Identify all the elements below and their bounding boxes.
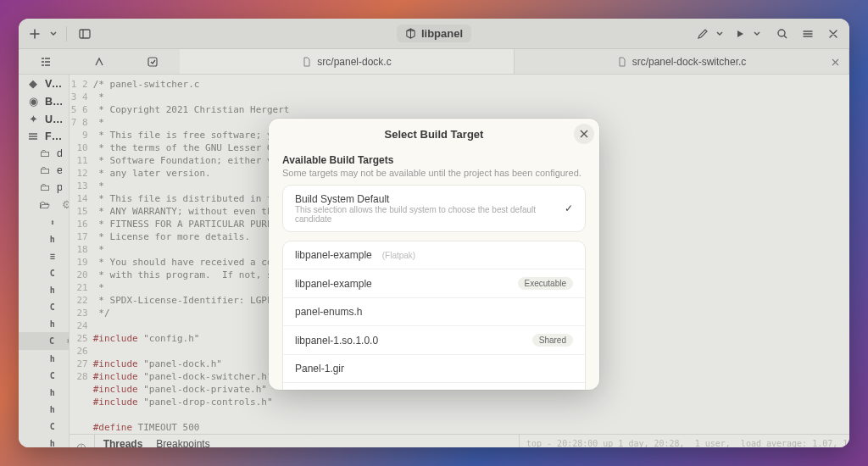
- close-dialog-button[interactable]: [574, 124, 594, 144]
- folder-example[interactable]: 🗀example: [19, 162, 69, 179]
- project-title[interactable]: libpanel: [397, 25, 471, 42]
- file-libpanel.gresource.xml[interactable]: ⬍libpanel.gresource.xml: [19, 214, 69, 230]
- sidebar-item-files[interactable]: Files: [19, 128, 69, 145]
- bottom-pane: ⓘ ⚠ 🔍 🐞 Threads Breakpoints ThreadFrameF…: [70, 434, 849, 447]
- file-type-icon: h: [49, 354, 56, 363]
- target-libpanel-1.so.1.0.0[interactable]: libpanel-1.so.1.0.0Shared: [283, 325, 585, 354]
- todo-view-icon[interactable]: [140, 51, 165, 73]
- info-icon[interactable]: ⓘ: [70, 438, 92, 447]
- file-type-icon: ⬍: [49, 218, 56, 227]
- run-button[interactable]: [729, 23, 751, 45]
- terminal[interactable]: top - 20:28:00 up 1 day, 20:28, 1 user, …: [519, 435, 849, 447]
- file-panel-dock-child-private.h[interactable]: hpanel-dock-child-private.h: [19, 384, 69, 401]
- file-panel-binding-group.c[interactable]: Cpanel-binding-group.c: [19, 298, 69, 315]
- file-icon: [617, 57, 627, 67]
- build-button-dropdown[interactable]: [714, 23, 726, 45]
- sidebar-item-vcs[interactable]: ◆Version Control: [19, 75, 69, 92]
- run-button-dropdown[interactable]: [751, 23, 763, 45]
- sidebar-view-switcher: [19, 49, 180, 75]
- folder-src[interactable]: 🗁src⚙: [19, 196, 69, 214]
- folder-data[interactable]: 🗀data: [19, 145, 69, 162]
- file-panel-dock-switcher.h[interactable]: hpanel-dock-switcher.h: [19, 435, 69, 447]
- file-type-icon: C: [49, 336, 54, 346]
- close-icon[interactable]: [828, 55, 842, 69]
- file-type-icon: h: [49, 405, 56, 414]
- file-panel-dock.h[interactable]: hpanel-dock.h: [19, 350, 69, 367]
- target-default-subtitle: This selection allows the build system t…: [295, 205, 565, 224]
- file-type-icon: h: [49, 235, 56, 244]
- debug-view-icon[interactable]: [86, 51, 112, 73]
- file-panel-binding-group-private.h[interactable]: hpanel-binding-group-private.h: [19, 315, 69, 332]
- headerbar: libpanel: [19, 19, 849, 49]
- tab-label: src/panel-dock.c: [317, 56, 391, 68]
- tab-threads[interactable]: Threads: [103, 438, 143, 447]
- file-type-icon: h: [49, 286, 56, 295]
- file-type-icon: C: [49, 302, 56, 312]
- file-meson.build[interactable]: ≡meson.build: [19, 247, 69, 264]
- tab-label: src/panel-dock-switcher.c: [632, 56, 747, 68]
- menu-button[interactable]: [797, 23, 819, 45]
- new-button-dropdown[interactable]: [47, 23, 59, 45]
- svg-line-3: [784, 36, 787, 38]
- file-type-icon: ≡: [49, 252, 56, 261]
- file-type-icon: C: [49, 371, 56, 380]
- file-panel-dock-private.h[interactable]: hpanel-dock-private.h: [19, 401, 69, 418]
- build-target-dialog: Select Build Target Available Build Targ…: [269, 119, 599, 390]
- build-button[interactable]: [692, 23, 714, 45]
- target-default-title: Build System Default: [295, 193, 565, 205]
- file-panel-animation.c[interactable]: Cpanel-animation.c: [19, 264, 69, 281]
- sidebar: ◆Version Control ◉Build Targets ✦Unit Te…: [19, 75, 70, 447]
- svg-rect-0: [80, 30, 90, 38]
- target-panel-enums.h[interactable]: panel-enums.h: [283, 297, 585, 325]
- file-panel-animation.h[interactable]: hpanel-animation.h: [19, 281, 69, 298]
- target-type-chip: Executable: [518, 277, 573, 290]
- target-default[interactable]: Build System Default This selection allo…: [283, 186, 585, 231]
- target-Panel-1.gir[interactable]: Panel-1.gir: [283, 354, 585, 382]
- dialog-title: Select Build Target: [385, 128, 484, 141]
- svg-point-2: [778, 30, 785, 36]
- target-type-chip: Shared: [532, 334, 573, 347]
- debug-tabs: Threads Breakpoints: [95, 435, 519, 447]
- tab-panel-dock-switcher[interactable]: src/panel-dock-switcher.c: [515, 49, 849, 74]
- file-libpanel.h[interactable]: hlibpanel.h: [19, 230, 69, 247]
- tab-panel-dock[interactable]: src/panel-dock.c: [180, 49, 515, 74]
- file-icon: [302, 57, 312, 67]
- section-title: Available Build Targets: [282, 154, 586, 166]
- sidebar-item-build-targets[interactable]: ◉Build Targets: [19, 92, 69, 110]
- folder-po[interactable]: 🗀po: [19, 179, 69, 196]
- section-subtitle: Some targets may not be available until …: [282, 168, 586, 178]
- file-panel-dock.c[interactable]: Cpanel-dock.c⚙: [19, 332, 69, 350]
- gear-icon[interactable]: ⚙: [62, 198, 70, 211]
- search-button[interactable]: [771, 23, 793, 45]
- close-window-button[interactable]: [822, 23, 844, 45]
- file-panel-dock-child.c[interactable]: Cpanel-dock-child.c: [19, 367, 69, 384]
- tree-view-icon[interactable]: [33, 51, 58, 73]
- new-button[interactable]: [24, 23, 46, 45]
- svg-rect-4: [148, 58, 157, 66]
- file-type-icon: C: [49, 269, 56, 278]
- line-numbers: 1 2 3 4 5 6 7 8 9 10 11 12 13 14 15 16 1…: [70, 78, 93, 434]
- file-type-icon: C: [49, 422, 56, 431]
- target-libpanel-example[interactable]: libpanel-exampleExecutable: [283, 269, 585, 297]
- file-panel-dock-switcher.c[interactable]: Cpanel-dock-switcher.c: [19, 418, 69, 435]
- targets-list: libpanel-example(Flatpak)libpanel-exampl…: [282, 241, 586, 390]
- target-Panel-1.typelib[interactable]: Panel-1.typelib: [283, 382, 585, 390]
- project-title-label: libpanel: [421, 27, 463, 40]
- sidebar-toggle-button[interactable]: [74, 23, 96, 45]
- tab-breakpoints[interactable]: Breakpoints: [156, 438, 209, 447]
- target-libpanel-example[interactable]: libpanel-example(Flatpak): [283, 241, 585, 269]
- sidebar-item-unit-tests[interactable]: ✦Unit Tests: [19, 110, 69, 128]
- box-icon: [405, 28, 416, 39]
- check-icon: ✓: [565, 202, 573, 214]
- file-type-icon: h: [49, 319, 56, 329]
- file-type-icon: h: [49, 439, 56, 448]
- file-type-icon: h: [49, 388, 56, 397]
